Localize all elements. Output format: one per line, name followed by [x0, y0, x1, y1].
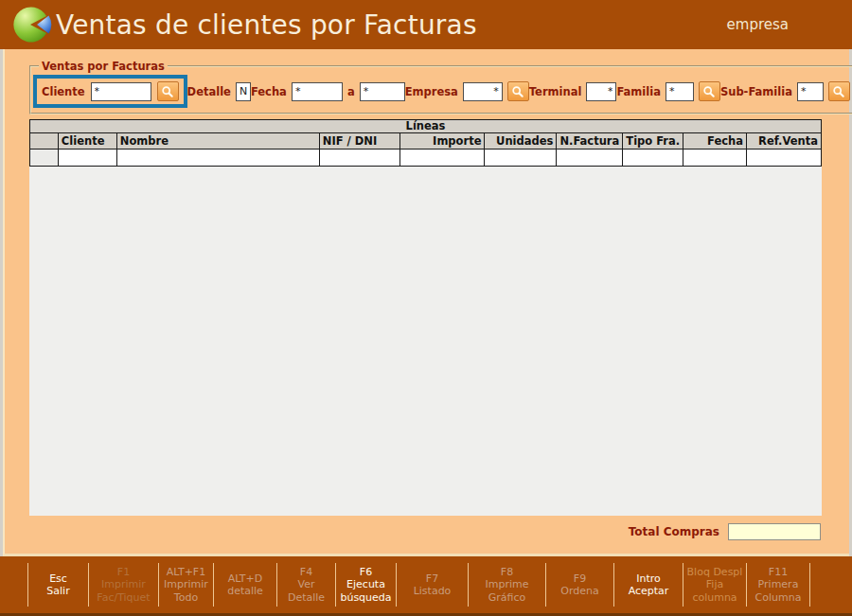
- subfamilia-search-button[interactable]: [828, 81, 850, 101]
- total-compras-label: Total Compras: [629, 525, 719, 538]
- cell-refventa: [747, 150, 822, 167]
- footer-button-key: F7: [426, 572, 438, 585]
- total-compras-input[interactable]: [728, 523, 821, 540]
- footer-button-bloqdespl-fija-columna[interactable]: Bloq Despl Fija columna: [683, 563, 746, 607]
- footer-button-label: Imprimir Todo: [161, 578, 211, 603]
- magnifier-icon: [702, 85, 716, 98]
- footer-toolbar: Esc Salir F1 Imprimir Fac/Tiquet ALT+F1 …: [0, 556, 852, 616]
- empresa-label: Empresa: [405, 85, 458, 98]
- footer-button-label: Imprimir Fac/Tiquet: [91, 578, 156, 603]
- footer-button-label: Imprime Gráfico: [470, 578, 543, 603]
- lines-grid: Cliente Nombre NIF / DNI Importe Unidade…: [29, 132, 822, 167]
- footer-button-label: Primera Columna: [749, 578, 808, 603]
- column-header-importe: Importe: [399, 133, 485, 150]
- detalle-input[interactable]: [236, 82, 251, 101]
- fecha-to-input[interactable]: [360, 82, 405, 101]
- familia-field: Familia: [616, 81, 720, 101]
- grid-caption: Líneas: [29, 119, 822, 133]
- footer-button-key: F9: [574, 572, 586, 585]
- cell-tipofra: [623, 150, 683, 167]
- filters-fieldset: Ventas por Facturas Cliente Detalle: [29, 60, 852, 114]
- detalle-field: Detalle: [187, 82, 251, 101]
- subfamilia-input[interactable]: [797, 82, 824, 101]
- filter-row: Cliente Detalle Fecha: [33, 75, 850, 108]
- footer-button-label: Aceptar: [629, 585, 669, 597]
- footer-button-key: ALT+D: [228, 572, 263, 585]
- column-header-tipofra: Tipo Fra.: [623, 133, 683, 150]
- footer-button-label: Ejecuta búsqueda: [338, 578, 394, 603]
- footer-button-key: Esc: [49, 572, 67, 585]
- fecha-to-label: a: [347, 85, 355, 98]
- cell-nfactura: [557, 150, 623, 167]
- footer-button-f6-ejecuta-busqueda[interactable]: F6 Ejecuta búsqueda: [335, 563, 396, 607]
- footer-button-key: F1: [117, 566, 130, 578]
- familia-input[interactable]: [666, 82, 694, 101]
- familia-search-button[interactable]: [699, 81, 720, 101]
- focus-highlight: Cliente: [33, 75, 187, 108]
- footer-button-esc-salir[interactable]: Esc Salir: [27, 563, 88, 607]
- empresa-search-button[interactable]: [507, 81, 529, 101]
- column-header-nombre: Nombre: [116, 133, 319, 150]
- total-row: Total Compras: [29, 518, 821, 546]
- cell-importe: [399, 150, 485, 167]
- filters-legend: Ventas por Facturas: [39, 60, 168, 73]
- cell-nif: [319, 150, 399, 167]
- footer-button-f1-imprimir[interactable]: F1 Imprimir Fac/Tiquet: [88, 563, 158, 607]
- footer-button-label: Fija columna: [685, 578, 744, 603]
- footer-button-key: Intro: [636, 572, 661, 585]
- footer-button-key: F6: [360, 566, 372, 578]
- column-header-cliente: Cliente: [58, 133, 116, 150]
- column-header-selector: [30, 133, 59, 150]
- footer-button-altd-detalle[interactable]: ALT+D detalle: [213, 563, 276, 607]
- footer-button-f7-listado[interactable]: F7 Listado: [396, 563, 468, 607]
- footer-button-label: Ver Detalle: [279, 578, 333, 603]
- cell-nombre: [116, 150, 319, 167]
- cliente-input[interactable]: [91, 82, 151, 101]
- empresa-field: Empresa: [405, 81, 529, 101]
- footer-button-key: F4: [300, 566, 312, 578]
- grid-empty-row[interactable]: [30, 150, 822, 167]
- cliente-search-button[interactable]: [157, 81, 179, 101]
- column-header-nif: NIF / DNI: [319, 133, 399, 150]
- footer-button-altf1-imprimir-todo[interactable]: ALT+F1 Imprimir Todo: [158, 563, 213, 607]
- main-content: Ventas por Facturas Cliente Detalle: [3, 49, 849, 556]
- footer-button-key: F8: [501, 566, 513, 578]
- footer-button-key: ALT+F1: [167, 566, 205, 578]
- fecha-field: Fecha a: [251, 82, 405, 101]
- footer-button-key: Bloq Despl: [687, 566, 743, 578]
- subfamilia-label: Sub-Familia: [720, 85, 792, 98]
- footer-button-f9-ordena[interactable]: F9 Ordena: [545, 563, 613, 607]
- cell-cliente: [58, 150, 116, 167]
- footer-button-label: detalle: [227, 585, 263, 597]
- pie-chart-icon: [11, 4, 53, 45]
- magnifier-icon: [832, 85, 845, 98]
- column-header-refventa: Ref.Venta: [747, 133, 822, 150]
- terminal-label: Terminal: [529, 85, 582, 98]
- fecha-label: Fecha: [251, 85, 287, 98]
- title-bar: Ventas de clientes por Facturas empresa: [0, 0, 852, 49]
- magnifier-icon: [511, 85, 524, 98]
- column-header-fecha: Fecha: [683, 133, 747, 150]
- fecha-from-input[interactable]: [292, 82, 343, 101]
- grid-header-row: Cliente Nombre NIF / DNI Importe Unidade…: [30, 133, 822, 150]
- footer-button-f4-ver-detalle[interactable]: F4 Ver Detalle: [276, 563, 335, 607]
- company-name: empresa: [727, 16, 789, 33]
- cell-unidades: [485, 150, 557, 167]
- magnifier-icon: [161, 85, 174, 98]
- detalle-label: Detalle: [187, 85, 231, 98]
- cell-fecha: [683, 150, 747, 167]
- footer-button-f8-imprime-grafico[interactable]: F8 Imprime Gráfico: [468, 563, 545, 607]
- column-header-unidades: Unidades: [485, 133, 557, 150]
- terminal-field: Terminal: [529, 82, 617, 101]
- footer-button-label: Ordena: [560, 585, 598, 597]
- footer-button-f11-primera-columna[interactable]: F11 Primera Columna: [746, 563, 810, 607]
- familia-label: Familia: [616, 85, 661, 98]
- footer-button-intro-aceptar[interactable]: Intro Aceptar: [613, 563, 683, 607]
- lines-grid-panel: Líneas Cliente Nombre NIF / DNI Importe …: [29, 119, 822, 516]
- row-selector-cell: [30, 150, 59, 167]
- empresa-input[interactable]: [463, 82, 503, 101]
- subfamilia-field: Sub-Familia: [720, 81, 850, 101]
- column-header-nfactura: N.Factura: [557, 133, 623, 150]
- terminal-input[interactable]: [586, 82, 616, 101]
- cliente-label: Cliente: [42, 85, 85, 98]
